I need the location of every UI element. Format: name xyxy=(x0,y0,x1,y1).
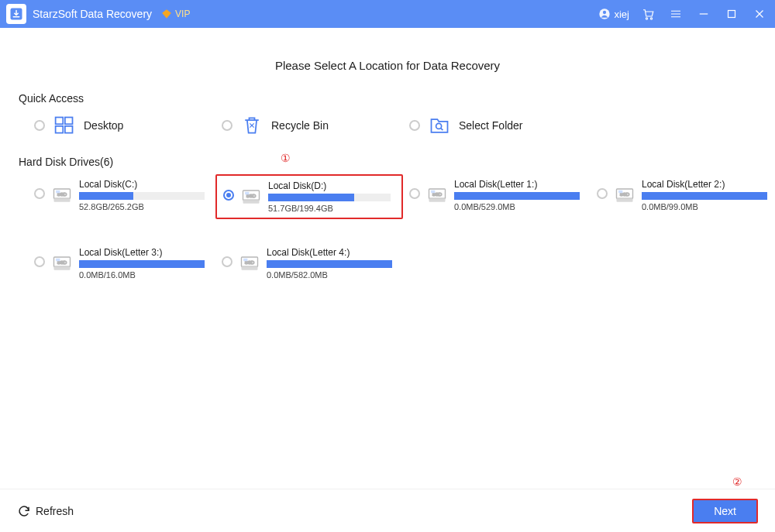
cart-icon xyxy=(641,7,655,21)
next-button[interactable]: Next xyxy=(692,499,758,523)
drive-stats: 0.0MB/16.0MB xyxy=(79,270,205,280)
next-label: Next xyxy=(714,505,736,517)
drive-name: Local Disk(Letter 1:) xyxy=(454,179,580,190)
svg-rect-6 xyxy=(56,118,64,125)
minimize-icon xyxy=(697,7,711,21)
svg-point-2 xyxy=(603,11,606,14)
svg-rect-12 xyxy=(54,198,71,201)
svg-rect-30 xyxy=(56,259,60,262)
drive-name: Local Disk(C:) xyxy=(79,179,205,190)
quick-access-label: Desktop xyxy=(84,119,123,132)
drive-stats: 51.7GB/199.4GB xyxy=(268,204,391,213)
close-icon xyxy=(753,7,766,21)
quick-access-label: Select Folder xyxy=(459,119,522,132)
maximize-button[interactable] xyxy=(722,5,741,23)
radio-button[interactable] xyxy=(597,188,608,199)
vip-label: VIP xyxy=(175,9,190,19)
svg-rect-20 xyxy=(429,198,446,201)
drive-stats: 0.0MB/529.0MB xyxy=(454,202,580,211)
radio-button[interactable] xyxy=(34,256,45,267)
menu-button[interactable] xyxy=(666,5,685,23)
maximize-icon xyxy=(725,7,739,21)
windows-desktop-icon xyxy=(53,114,76,137)
drive-item[interactable]: SSDLocal Disk(Letter 3:)0.0MB/16.0MB xyxy=(28,242,215,284)
radio-button[interactable] xyxy=(409,120,420,131)
ssd-drive-icon: SSD xyxy=(51,252,73,273)
annotation-marker-1: ① xyxy=(281,152,291,164)
svg-point-4 xyxy=(650,18,652,19)
svg-rect-14 xyxy=(56,190,60,194)
radio-button[interactable] xyxy=(223,190,234,201)
quick-access-label: Quick Access xyxy=(19,92,756,105)
radio-button[interactable] xyxy=(34,188,45,199)
titlebar: StarzSoft Data Recovery VIP xiej xyxy=(0,0,775,28)
drive-stats: 52.8GB/265.2GB xyxy=(79,202,205,211)
main-content: Please Select A Location for Data Recove… xyxy=(0,28,775,489)
usage-bar xyxy=(642,192,767,200)
drive-stats: 0.0MB/582.0MB xyxy=(267,270,392,280)
footer: Refresh ② Next xyxy=(0,489,775,532)
vip-badge: VIP xyxy=(161,9,190,19)
cart-button[interactable] xyxy=(639,5,657,23)
drive-name: Local Disk(Letter 4:) xyxy=(267,247,392,258)
page-heading: Please Select A Location for Data Recove… xyxy=(19,59,756,72)
app-logo xyxy=(6,4,26,24)
svg-rect-32 xyxy=(242,266,258,269)
ssd-drive-icon: SSD xyxy=(51,184,73,205)
ssd-drive-icon: SSD xyxy=(614,184,636,205)
svg-rect-16 xyxy=(243,200,260,203)
svg-rect-26 xyxy=(618,190,622,194)
hamburger-icon xyxy=(669,7,683,21)
drive-name: Local Disk(D:) xyxy=(268,180,391,191)
drive-stats: 0.0MB/99.0MB xyxy=(642,202,767,211)
annotation-marker-2: ② xyxy=(732,475,742,488)
svg-point-3 xyxy=(646,18,647,19)
close-button[interactable] xyxy=(750,5,769,23)
usage-bar xyxy=(267,260,392,268)
refresh-label: Refresh xyxy=(36,505,74,517)
radio-button[interactable] xyxy=(409,188,420,199)
ssd-drive-icon: SSD xyxy=(240,185,262,207)
usage-bar xyxy=(79,192,205,200)
username: xiej xyxy=(614,9,629,20)
ssd-drive-icon: SSD xyxy=(426,184,448,205)
radio-button[interactable] xyxy=(222,256,232,267)
app-title: StarzSoft Data Recovery xyxy=(33,8,152,20)
ssd-drive-icon: SSD xyxy=(239,252,260,273)
drive-item[interactable]: SSDLocal Disk(Letter 1:)0.0MB/529.0MB xyxy=(403,174,591,219)
quick-access-recycle-bin[interactable]: Recycle Bin xyxy=(222,114,409,137)
user-icon xyxy=(598,8,611,20)
minimize-button[interactable] xyxy=(694,5,713,23)
user-menu[interactable]: xiej xyxy=(598,8,629,20)
radio-button[interactable] xyxy=(222,120,232,131)
drive-item[interactable]: SSDLocal Disk(Letter 2:)0.0MB/99.0MB xyxy=(591,174,775,219)
quick-access-row: Desktop Recycle Bin Select Folder xyxy=(19,114,756,137)
drive-item[interactable]: SSDLocal Disk(Letter 4:)0.0MB/582.0MB xyxy=(215,242,403,284)
quick-access-select-folder[interactable]: Select Folder xyxy=(409,114,597,137)
svg-rect-5 xyxy=(728,11,735,18)
diamond-icon xyxy=(161,9,172,19)
radio-button[interactable] xyxy=(34,120,45,131)
refresh-button[interactable]: Refresh xyxy=(17,504,74,518)
svg-rect-7 xyxy=(65,118,73,125)
svg-rect-34 xyxy=(243,259,247,262)
download-icon xyxy=(9,7,23,21)
drives-section-label: Hard Disk Drives(6) xyxy=(19,156,113,168)
drive-name: Local Disk(Letter 3:) xyxy=(79,247,205,258)
recycle-bin-icon xyxy=(240,114,264,137)
svg-rect-8 xyxy=(56,126,64,133)
quick-access-label: Recycle Bin xyxy=(271,119,329,132)
drive-item[interactable]: SSDLocal Disk(C:)52.8GB/265.2GB xyxy=(28,174,215,219)
quick-access-desktop[interactable]: Desktop xyxy=(34,114,222,137)
usage-bar xyxy=(454,192,580,200)
svg-rect-9 xyxy=(65,126,73,133)
folder-search-icon xyxy=(428,114,451,137)
drive-item[interactable]: SSDLocal Disk(D:)51.7GB/199.4GB xyxy=(215,174,403,219)
svg-rect-24 xyxy=(617,198,633,201)
refresh-icon xyxy=(17,504,31,518)
usage-bar xyxy=(79,260,205,268)
svg-rect-28 xyxy=(54,266,71,269)
svg-rect-18 xyxy=(245,192,249,195)
drives-grid: SSDLocal Disk(C:)52.8GB/265.2GBSSDLocal … xyxy=(19,174,756,284)
svg-point-10 xyxy=(436,123,442,129)
